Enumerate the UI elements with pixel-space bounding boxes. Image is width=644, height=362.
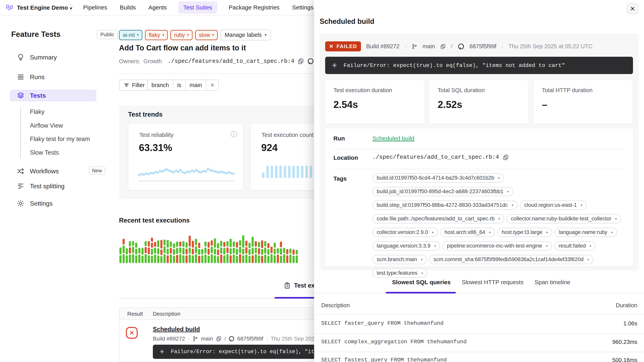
nav-settings[interactable]: Settings — [291, 2, 314, 14]
label-ruby[interactable]: ruby▾ — [170, 30, 192, 40]
execution-column[interactable] — [236, 242, 238, 263]
execution-column[interactable] — [208, 242, 210, 263]
tag-chip[interactable]: language.version:3.3.9▾ — [372, 241, 440, 251]
execution-column[interactable] — [264, 241, 266, 263]
copy-icon[interactable] — [298, 58, 304, 65]
tag-chip[interactable]: scm.branch:main▾ — [372, 255, 427, 264]
sidebar-item-flaky[interactable]: Flaky — [30, 108, 44, 115]
execution-column[interactable] — [135, 243, 137, 263]
execution-column[interactable] — [286, 249, 288, 263]
execution-column[interactable] — [239, 240, 241, 263]
execution-column[interactable] — [261, 240, 263, 263]
sidebar-item-settings[interactable]: Settings — [17, 200, 53, 207]
build-number[interactable]: Build #89272 — [366, 43, 399, 50]
tag-chip[interactable]: build.job_id:01997f50-895d-4ec2-a688-223… — [372, 187, 513, 196]
tag-chip[interactable]: collector.name:ruby-buildkite-test_colle… — [506, 214, 621, 223]
execution-column[interactable] — [233, 242, 235, 263]
execution-link[interactable]: Scheduled build — [153, 326, 200, 333]
tag-chip[interactable]: language.name:ruby▾ — [554, 228, 617, 237]
execution-column[interactable] — [296, 250, 298, 263]
tag-chip[interactable]: build.step_id:01997f50-88ba-4272-8830-33… — [372, 201, 518, 210]
execution-column[interactable] — [154, 242, 156, 263]
execution-column[interactable] — [292, 249, 295, 263]
execution-column[interactable] — [270, 247, 273, 263]
tag-chip[interactable]: host.arch:x86_64▾ — [440, 228, 495, 237]
tag-chip[interactable]: pipeline:ecommerce-inc-with-test-engine▾ — [442, 241, 552, 251]
execution-column[interactable] — [157, 240, 159, 263]
tag-chip[interactable]: cloud.region:us-east-1▾ — [520, 201, 586, 210]
tag-chip[interactable]: host.type:t3.large▾ — [497, 228, 552, 237]
execution-column[interactable] — [148, 241, 150, 263]
label-ai-ml[interactable]: ai-ml▾ — [119, 30, 142, 40]
filter-field[interactable]: branch — [148, 80, 173, 90]
filter-value[interactable]: main — [186, 80, 206, 90]
execution-column[interactable] — [129, 241, 131, 263]
sidebar-item-slow-tests[interactable]: Slow Tests — [30, 149, 59, 156]
execution-column[interactable] — [248, 243, 250, 263]
execution-column[interactable] — [220, 241, 222, 263]
commit-sha[interactable]: 6875f5f99f — [470, 43, 496, 50]
close-button[interactable]: ✕ — [626, 2, 639, 15]
run-link[interactable]: Scheduled build — [372, 135, 414, 142]
nav-agents[interactable]: Agents — [147, 2, 168, 14]
tag-chip[interactable]: code.file.path:./spec/features/add_to_ca… — [372, 214, 504, 223]
sidebar-item-airflow-view[interactable]: Airflow View — [30, 122, 63, 129]
tag-chip[interactable]: scm.commit_sha:6875f5f99fedb590836a2c1ca… — [429, 255, 593, 264]
nav-package-registries[interactable]: Package Registries — [228, 2, 281, 14]
tab-slowest-http-requests[interactable]: Slowest HTTP requests — [462, 279, 524, 291]
tag-chip[interactable]: test.type:features▾ — [372, 268, 427, 278]
copy-icon[interactable] — [502, 154, 509, 160]
execution-column[interactable] — [280, 242, 282, 263]
execution-column[interactable] — [252, 237, 254, 263]
execution-column[interactable] — [144, 241, 147, 263]
execution-column[interactable] — [164, 240, 166, 263]
execution-column[interactable] — [198, 243, 200, 263]
execution-column[interactable] — [151, 238, 153, 263]
sidebar-item-summary[interactable]: Summary — [17, 54, 57, 61]
execution-column[interactable] — [245, 241, 248, 263]
copy-icon[interactable] — [216, 336, 222, 342]
sidebar-item-tests[interactable]: Tests — [10, 90, 96, 101]
execution-column[interactable] — [283, 248, 285, 263]
filter-operator[interactable]: is — [173, 80, 186, 90]
execution-column[interactable] — [277, 248, 279, 263]
execution-column[interactable] — [179, 242, 181, 263]
execution-column[interactable] — [132, 241, 134, 263]
execution-column[interactable] — [173, 243, 175, 263]
copy-icon[interactable] — [440, 44, 446, 49]
execution-column[interactable] — [267, 243, 270, 263]
execution-column[interactable] — [120, 247, 122, 263]
execution-column[interactable] — [289, 249, 292, 263]
filter-button[interactable]: Filter — [119, 80, 149, 91]
execution-column[interactable] — [274, 243, 276, 263]
execution-column[interactable] — [226, 241, 228, 263]
tag-chip[interactable]: build.id:01997f50-6cd4-4714-ba29-3c4d7c6… — [372, 173, 504, 183]
label-flaky[interactable]: flaky▾ — [145, 30, 168, 40]
buildkite-logo-icon[interactable] — [6, 4, 14, 12]
execution-column[interactable] — [126, 248, 128, 263]
tag-chip[interactable]: collector.version:2.9.0▾ — [372, 228, 438, 237]
execution-column[interactable] — [242, 235, 244, 263]
execution-column[interactable] — [142, 248, 144, 263]
org-switcher[interactable]: Test Engine Demo▾ — [17, 4, 72, 11]
execution-column[interactable] — [223, 242, 226, 263]
execution-column[interactable] — [214, 238, 216, 263]
execution-column[interactable] — [204, 242, 206, 263]
sidebar-item-runs[interactable]: Runs — [17, 73, 45, 81]
execution-column[interactable] — [186, 242, 188, 263]
tag-chip[interactable]: result:failed▾ — [554, 241, 596, 251]
execution-column[interactable] — [160, 240, 162, 263]
nav-pipelines[interactable]: Pipelines — [82, 2, 108, 14]
execution-column[interactable] — [182, 241, 184, 263]
execution-column[interactable] — [122, 239, 125, 263]
tab-slowest-sql-queries[interactable]: Slowest SQL queries — [392, 279, 451, 291]
nav-test-suites[interactable]: Test Suites — [178, 2, 217, 14]
execution-column[interactable] — [176, 242, 178, 263]
execution-column[interactable] — [170, 242, 172, 263]
execution-column[interactable] — [211, 240, 213, 263]
execution-column[interactable] — [217, 243, 219, 263]
nav-builds[interactable]: Builds — [118, 2, 137, 14]
execution-column[interactable] — [230, 239, 232, 263]
execution-column[interactable] — [138, 248, 140, 263]
sidebar-item-workflows[interactable]: Workflows — [17, 167, 59, 175]
